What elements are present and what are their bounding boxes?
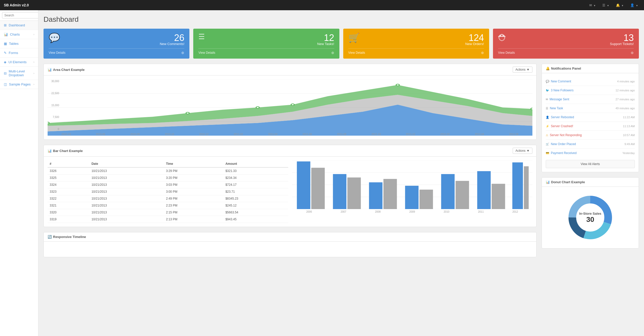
bar-chart-heading: 📊 Bar Chart Example Actions ▼: [44, 145, 536, 157]
table-row: 332410/21/20133:03 PM$724.17: [48, 181, 288, 188]
timeline-body: [44, 242, 536, 257]
notification-item: ☰ New Task 49 minutes ago: [546, 104, 635, 113]
charts-icon: 📊: [4, 32, 8, 36]
bar-2012-gray: [524, 166, 529, 209]
bar-chart-actions-button[interactable]: Actions ▼: [513, 148, 532, 154]
notification-text: 💳 Payment Received: [546, 151, 577, 155]
comments-view-details-link[interactable]: View Details: [49, 51, 66, 55]
bell-nav-icon[interactable]: 🔔 ▼: [614, 3, 626, 7]
y-label-3: 15,000: [48, 104, 59, 107]
notification-icon: 🐦: [546, 89, 549, 92]
notification-time: 11:22 AM: [623, 116, 635, 119]
orders-view-details-link[interactable]: View Details: [348, 51, 365, 55]
sidebar-item-label: Dashboard: [9, 23, 25, 27]
comment-icon: 💬: [49, 32, 60, 43]
bar-2009-gray: [419, 190, 433, 209]
notification-time: 11:13 AM: [623, 125, 635, 128]
page-title: Dashboard: [44, 15, 639, 24]
bar-x-label-2008: 2008: [375, 210, 381, 213]
table-cell: 3323: [48, 188, 89, 195]
table-cell: $724.17: [223, 181, 288, 188]
x-label-5: 2010-12: [199, 133, 209, 136]
forms-icon: ✎: [4, 51, 7, 55]
search-input[interactable]: [2, 12, 38, 18]
table-cell: $8345.23: [223, 195, 288, 202]
sidebar-item-sample-pages[interactable]: ◫ Sample Pages ›: [0, 80, 38, 89]
table-cell: $5663.54: [223, 209, 288, 216]
area-chart-panel: 📊 Area Chart Example Actions ▼: [44, 64, 536, 140]
notifications-list: 💬 New Comment 4 minutes ago 🐦 3 New Foll…: [546, 77, 635, 157]
x-label-3: 2010-08: [130, 133, 140, 136]
bar-2011-gray: [491, 184, 505, 209]
notification-label: 3 New Followers: [551, 89, 574, 92]
list-nav-icon[interactable]: ☰ ▼: [600, 3, 611, 7]
table-cell: $23.71: [223, 188, 288, 195]
table-cell: 3321: [48, 202, 89, 209]
table-cell: 10/21/2013: [89, 181, 164, 188]
tickets-icon: ⛑: [498, 32, 507, 43]
bar-2008-gray: [383, 179, 397, 209]
sidebar-item-forms[interactable]: ✎ Forms: [0, 48, 38, 58]
svg-point-8: [291, 104, 294, 106]
bar-2007-blue: [333, 174, 346, 209]
notification-text: ⚠ Server Not Responding: [546, 133, 582, 137]
table-cell: $321.33: [223, 167, 288, 175]
bar-x-label-2012: 2012: [512, 210, 518, 213]
bar-2006-gray: [311, 168, 325, 209]
table-cell: 10/21/2013: [89, 209, 164, 216]
area-chart-actions-button[interactable]: Actions ▼: [513, 67, 532, 73]
sidebar-item-dashboard[interactable]: ⊞ Dashboard: [0, 21, 38, 30]
chevron-right-icon: ›: [34, 61, 34, 63]
table-cell: 10/21/2013: [89, 202, 164, 209]
sidebar-item-ui-elements[interactable]: ◈ UI Elements ›: [0, 58, 38, 67]
table-cell: 10/21/2013: [89, 195, 164, 202]
tasks-view-details-link[interactable]: View Details: [198, 51, 215, 55]
tickets-view-details-link[interactable]: View Details: [498, 51, 515, 55]
table-cell: 3:03 PM: [164, 181, 223, 188]
bar-2007-gray: [347, 178, 361, 209]
stat-card-orders: 🛒 124 New Orders! View Details ⊕: [343, 29, 489, 59]
bar-2008-blue: [369, 182, 382, 209]
bar-table: # Date Time Amount 332610/21/20133:29 PM…: [48, 160, 288, 223]
bar-chart-table-wrap: # Date Time Amount 332610/21/20133:29 PM…: [48, 160, 288, 223]
x-label-12: 2012-02: [440, 133, 450, 136]
table-row: 332010/21/20132:15 PM$5663.54: [48, 209, 288, 216]
orders-arrow-icon: ⊕: [481, 51, 484, 55]
notification-text: 🐦 3 New Followers: [546, 89, 574, 92]
table-cell: $245.12: [223, 202, 288, 209]
svg-point-9: [396, 84, 400, 86]
col-header-amount: Amount: [223, 160, 288, 167]
notification-icon: 💳: [546, 151, 549, 155]
area-chart-svg: [48, 79, 532, 136]
table-cell: 3322: [48, 195, 89, 202]
notification-icon: ⚡: [546, 125, 549, 128]
notification-time: 12 minutes ago: [616, 89, 635, 92]
table-cell: 3326: [48, 167, 89, 175]
col-header-date: Date: [89, 160, 164, 167]
sidebar-item-tables[interactable]: ▦ Tables: [0, 39, 38, 48]
x-label-8: 2011-06: [303, 133, 312, 136]
x-label-10: 2011-10: [371, 133, 381, 136]
notification-label: New Task: [550, 106, 563, 110]
notification-time: 49 minutes ago: [616, 107, 635, 110]
donut-wrap: In-Store Sales 30: [565, 192, 616, 243]
sidebar-item-charts[interactable]: 📊 Charts ›: [0, 30, 38, 39]
bell-icon: 🔔: [546, 67, 550, 70]
table-cell: 2:15 PM: [164, 209, 223, 216]
dashboard-icon: ⊞: [4, 23, 7, 27]
notification-icon: ⚠: [546, 134, 548, 137]
notification-label: Server Rebooted: [551, 115, 574, 119]
table-row: 331910/21/20132:13 PM$943.45: [48, 216, 288, 223]
svg-point-7: [256, 107, 259, 109]
view-all-alerts-button[interactable]: View All Alerts: [546, 160, 635, 168]
notification-label: New Comment: [551, 80, 571, 83]
notifications-title: 🔔 Notifications Panel: [546, 67, 581, 70]
table-cell: 3320: [48, 209, 89, 216]
notification-time: 4 minutes ago: [617, 80, 635, 83]
bar-2010-blue: [441, 174, 455, 209]
bar-chart-wrap: 2006 2007 2008 2009 2010 2011 2012: [292, 160, 533, 217]
sidebar-item-multi-level[interactable]: ⊟ Multi-Level Dropdown ›: [0, 67, 38, 80]
envelope-nav-icon[interactable]: ✉ ▼: [587, 3, 598, 7]
user-nav-icon[interactable]: 👤 ▼: [628, 3, 640, 7]
x-label-9: 2011-08: [337, 133, 346, 136]
